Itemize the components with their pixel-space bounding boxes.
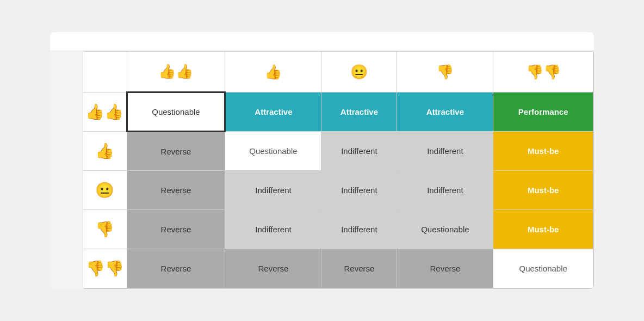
cell-1-0: Reverse	[127, 132, 225, 171]
kano-table-container: 👍👍 👍 😐 👎 👎👎 👍👍QuestionableAttractiveAttr…	[83, 51, 594, 289]
cell-3-0: Reverse	[127, 210, 225, 249]
cell-1-2: Indifferent	[321, 132, 397, 171]
row-icon-3: 👎	[83, 210, 127, 249]
cell-2-2: Indifferent	[321, 171, 397, 210]
dysfunctional-header	[50, 32, 594, 51]
cell-0-0: Questionable	[127, 92, 225, 132]
header-icon-5: 👎👎	[493, 52, 593, 92]
table-row: 👍👍QuestionableAttractiveAttractiveAttrac…	[83, 92, 593, 132]
cell-0-1: Attractive	[225, 92, 321, 132]
cell-1-4: Must-be	[493, 132, 593, 171]
header-icon-1: 👍👍	[127, 52, 225, 92]
cell-2-1: Indifferent	[225, 171, 321, 210]
cell-0-4: Performance	[493, 92, 593, 132]
cell-2-0: Reverse	[127, 171, 225, 210]
cell-0-3: Attractive	[397, 92, 493, 132]
cell-4-2: Reverse	[321, 249, 397, 288]
cell-4-0: Reverse	[127, 249, 225, 288]
kano-table: 👍👍 👍 😐 👎 👎👎 👍👍QuestionableAttractiveAttr…	[83, 52, 593, 289]
functional-label	[50, 51, 83, 289]
cell-3-3: Questionable	[397, 210, 493, 249]
cell-1-3: Indifferent	[397, 132, 493, 171]
cell-3-2: Indifferent	[321, 210, 397, 249]
cell-3-1: Indifferent	[225, 210, 321, 249]
header-icon-4: 👎	[397, 52, 493, 92]
table-row: 😐ReverseIndifferentIndifferentIndifferen…	[83, 171, 593, 210]
corner-cell	[83, 52, 127, 92]
kano-model-chart: 👍👍 👍 😐 👎 👎👎 👍👍QuestionableAttractiveAttr…	[50, 32, 594, 289]
header-row: 👍👍 👍 😐 👎 👎👎	[83, 52, 593, 92]
table-row: 👍ReverseQuestionableIndifferentIndiffere…	[83, 132, 593, 171]
cell-4-4: Questionable	[493, 249, 593, 288]
table-body: 👍👍QuestionableAttractiveAttractiveAttrac…	[83, 92, 593, 288]
main-content: 👍👍 👍 😐 👎 👎👎 👍👍QuestionableAttractiveAttr…	[50, 51, 594, 289]
cell-0-2: Attractive	[321, 92, 397, 132]
table-row: 👎ReverseIndifferentIndifferentQuestionab…	[83, 210, 593, 249]
cell-4-3: Reverse	[397, 249, 493, 288]
header-icon-3: 😐	[321, 52, 397, 92]
row-icon-4: 👎👎	[83, 249, 127, 288]
row-icon-2: 😐	[83, 171, 127, 210]
cell-2-3: Indifferent	[397, 171, 493, 210]
cell-3-4: Must-be	[493, 210, 593, 249]
cell-2-4: Must-be	[493, 171, 593, 210]
table-row: 👎👎ReverseReverseReverseReverseQuestionab…	[83, 249, 593, 288]
cell-1-1: Questionable	[225, 132, 321, 171]
header-icon-2: 👍	[225, 52, 321, 92]
cell-4-1: Reverse	[225, 249, 321, 288]
row-icon-1: 👍	[83, 132, 127, 171]
row-icon-0: 👍👍	[83, 92, 127, 132]
